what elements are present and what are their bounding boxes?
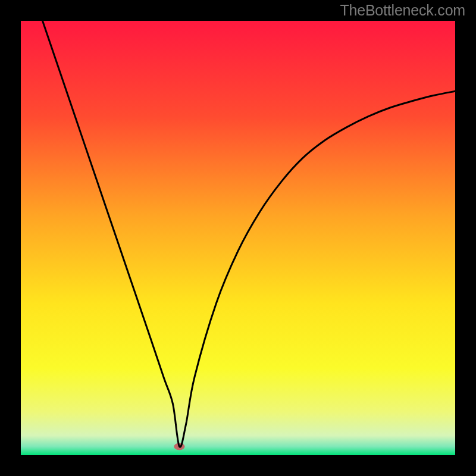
- bottleneck-chart: [0, 0, 476, 476]
- chart-border: [0, 455, 476, 476]
- chart-border: [0, 0, 21, 476]
- watermark-text: TheBottleneck.com: [340, 2, 465, 19]
- chart-border: [455, 0, 476, 476]
- plot-background: [21, 21, 455, 455]
- chart-frame: TheBottleneck.com: [0, 0, 476, 476]
